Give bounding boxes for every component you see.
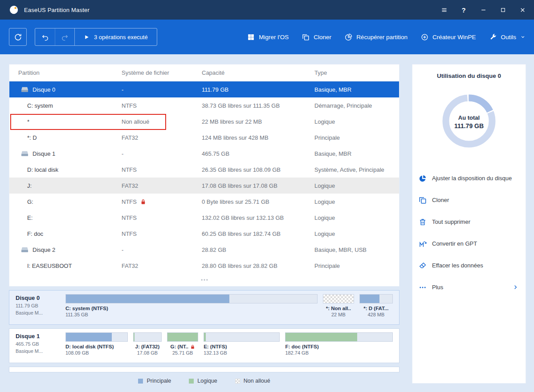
partition-bar[interactable] (65, 294, 318, 303)
wipe-icon (419, 262, 427, 270)
sidebar-action-label: Convertir en GPT (432, 240, 477, 247)
table-row-6[interactable]: J:FAT3217.08 GB libres sur 17.08 GBLogiq… (9, 178, 399, 194)
partition-bar[interactable] (167, 332, 198, 342)
disk-icon (21, 150, 29, 157)
partition-bar[interactable] (359, 294, 393, 303)
main-content: PartitionSystème de fichierCapacitéType … (0, 54, 534, 392)
disk-map-disque-1[interactable]: Disque 1465.75 GBBasique M...D: local di… (9, 328, 399, 363)
toolbar-action-label: Créateur WinPE (432, 34, 476, 40)
toolbar-actions: Migrer l'OSClonerRécupérer partitionCréa… (247, 33, 525, 41)
table-row-9[interactable]: F: docNTFS60.25 GB libres sur 182.74 GBL… (9, 226, 399, 242)
help-icon: ? (461, 7, 467, 13)
segment-label: *: D (FAT... (363, 306, 388, 311)
table-row-7[interactable]: G:NTFS0 Byte libres sur 25.71 GBLogique (9, 194, 399, 210)
titlebar-minimize-button[interactable] (473, 0, 493, 20)
cell-type: Logique (314, 230, 399, 237)
window-controls: ? (434, 0, 532, 20)
partition-bar[interactable] (65, 332, 128, 342)
sidebar-action-plus[interactable]: Plus (419, 276, 518, 298)
toolbar-action-label: Outils (501, 34, 516, 40)
sidebar-action-tout-supprimer[interactable]: Tout supprimer (419, 211, 518, 233)
toolbar-action-label: Cloner (314, 34, 331, 40)
maximize-icon (500, 7, 506, 13)
column-header-partition: Partition (9, 69, 122, 76)
sidebar-action-label: Tout supprimer (432, 218, 470, 225)
partition-bar[interactable] (323, 294, 354, 303)
cell-type: Logique (314, 214, 399, 221)
donut-total-label: Au total (458, 114, 480, 121)
cell-partition: *: D (9, 134, 122, 141)
sidebar-action-ajuster-la-disposition-du-disque[interactable]: Ajuster la disposition du disque (419, 167, 518, 189)
cell-filesystem: NTFS (122, 198, 202, 205)
table-row-4[interactable]: Disque 1-465.75 GBBasique, MBR (9, 145, 399, 162)
table-row-1[interactable]: C: systemNTFS38.73 GB libres sur 111.35 … (9, 97, 399, 113)
partition-bar[interactable] (285, 332, 393, 342)
legend-swatch-logical (189, 379, 194, 384)
table-header-row: PartitionSystème de fichierCapacitéType (9, 65, 399, 81)
toolbar-action-label: Migrer l'OS (259, 34, 289, 40)
map-segment-1-0: D: local disk (NTFS)108.09 GB (65, 332, 128, 363)
disk-map-partial (9, 367, 399, 372)
segment-size: 182.74 GB (285, 350, 393, 356)
titlebar-menu-button[interactable] (434, 0, 454, 20)
sidebar-action-label: Plus (432, 284, 443, 291)
table-row-8[interactable]: E:NTFS132.02 GB libres sur 132.13 GBLogi… (9, 210, 399, 226)
segment-size: 132.13 GB (204, 350, 280, 356)
cell-partition: J: (9, 182, 122, 189)
cell-partition: Disque 2 (9, 247, 122, 253)
toolbar-action-cr-ateur-winpe[interactable]: Créateur WinPE (421, 33, 476, 41)
undo-button[interactable] (35, 28, 55, 45)
titlebar-close-button[interactable] (513, 0, 532, 20)
cell-filesystem: NTFS (122, 214, 202, 221)
sidebar-actions: Ajuster la disposition du disqueClonerTo… (412, 167, 526, 298)
table-row-3[interactable]: *: DFAT32124 MB libres sur 428 MBPrincip… (9, 129, 399, 145)
table-row-5[interactable]: D: local diskNTFS26.35 GB libres sur 108… (9, 162, 399, 178)
disk-map-disque-0[interactable]: Disque 0111.79 GBBasique M...C: system (… (9, 290, 399, 325)
cell-partition: I: EASEUSBOOT (9, 263, 122, 269)
toolbar-action-outils[interactable]: Outils (489, 33, 525, 41)
cell-filesystem: FAT32 (122, 263, 202, 269)
refresh-button[interactable] (9, 28, 27, 46)
table-row-11[interactable]: I: EASEUSBOOTFAT3228.80 GB libres sur 28… (9, 258, 399, 274)
toolbar-action-migrer-l-os[interactable]: Migrer l'OS (247, 33, 289, 41)
cell-type: Système, Active, Principale (314, 166, 399, 173)
cell-partition: C: system (9, 102, 122, 109)
pending-operations-button[interactable]: 3 opérations executé (74, 28, 157, 45)
disk-map-info: Disque 0111.79 GBBasique M... (16, 294, 65, 324)
cell-filesystem: - (122, 150, 202, 157)
toolbar-action-cloner[interactable]: Cloner (302, 33, 331, 41)
segment-label: *: Non all.. (326, 306, 351, 311)
segment-size: 25.71 GB (172, 350, 193, 356)
segment-size: 108.09 GB (65, 350, 128, 356)
cell-capacity: 17.08 GB libres sur 17.08 GB (202, 182, 314, 189)
segment-size: 22 MB (331, 312, 346, 317)
disk-map-area: Disque 0111.79 GBBasique M...C: system (… (9, 287, 399, 372)
sidebar-action-convertir-en-gpt[interactable]: Convertir en GPT (419, 233, 518, 255)
segment-size: 111.35 GB (65, 312, 318, 317)
cell-capacity: 60.25 GB libres sur 182.74 GB (202, 230, 314, 237)
lock-icon (190, 344, 195, 349)
titlebar-maximize-button[interactable] (493, 0, 513, 20)
winpe-icon (421, 33, 428, 41)
sidebar-action-effacer-les-donn-es[interactable]: Effacer les données (419, 255, 518, 276)
redo-button[interactable] (55, 28, 74, 45)
cell-capacity: 465.75 GB (202, 150, 314, 157)
sidebar-action-cloner[interactable]: Cloner (419, 189, 518, 211)
cell-partition: F: doc (9, 230, 122, 237)
table-row-2[interactable]: *Non alloué22 MB libres sur 22 MBLogique (9, 113, 399, 129)
cell-type: Basique, MBR, USB (314, 247, 399, 253)
cell-capacity: 28.80 GB libres sur 28.82 GB (202, 263, 314, 269)
table-row-0[interactable]: Disque 0-111.79 GBBasique, MBR (9, 81, 399, 97)
cell-type: Principale (314, 263, 399, 269)
minimize-icon (480, 7, 487, 13)
cell-capacity: 132.02 GB libres sur 132.13 GB (202, 214, 314, 221)
titlebar-help-button[interactable]: ? (454, 0, 473, 20)
table-row-10[interactable]: Disque 2-28.82 GBBasique, MBR, USB (9, 242, 399, 258)
toolbar-action-r-cup-rer-partition[interactable]: Récupérer partition (345, 33, 408, 41)
partition-bar[interactable] (204, 332, 280, 342)
left-column: PartitionSystème de fichierCapacitéType … (9, 64, 399, 392)
expand-handle[interactable] (9, 274, 399, 286)
ellipsis-icon (200, 275, 209, 284)
chevron-right-icon[interactable] (513, 284, 518, 290)
partition-bar[interactable] (133, 332, 162, 342)
